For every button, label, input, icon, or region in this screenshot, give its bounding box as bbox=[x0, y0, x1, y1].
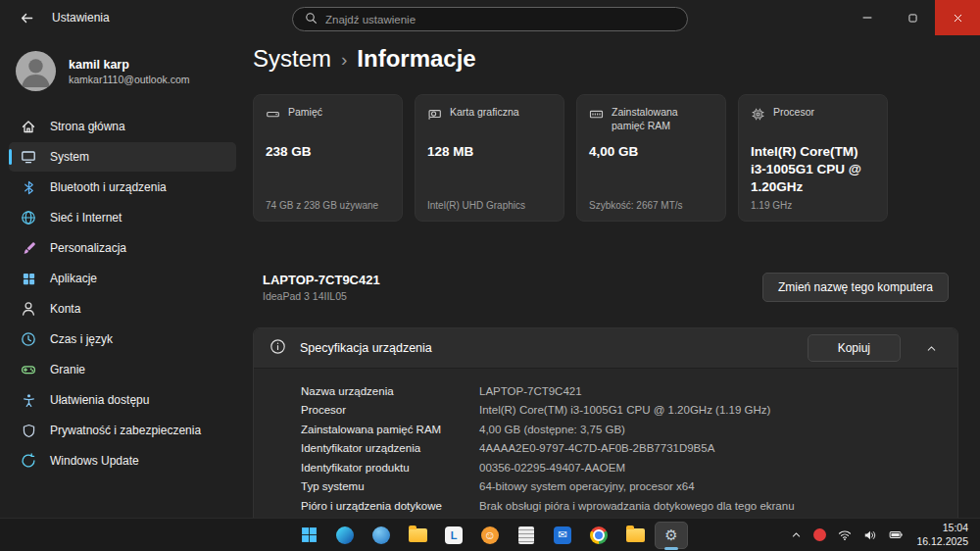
avatar bbox=[16, 51, 56, 91]
spec-value: 64-bitowy system operacyjny, procesor x6… bbox=[479, 480, 695, 492]
mail-icon[interactable]: ✉ bbox=[546, 522, 579, 549]
spec-value: Intel(R) Core(TM) i3-1005G1 CPU @ 1.20GH… bbox=[479, 404, 770, 416]
person-icon bbox=[21, 301, 36, 317]
sidebar-item-personalization[interactable]: Personalizacja bbox=[9, 233, 236, 263]
file-explorer-icon[interactable] bbox=[401, 522, 434, 549]
close-button[interactable] bbox=[935, 0, 980, 35]
gpu-card: Karta graficzna 128 MB Intel(R) UHD Grap… bbox=[415, 94, 564, 222]
card-title: Karta graficzna bbox=[450, 106, 519, 120]
maximize-button[interactable] bbox=[890, 0, 935, 35]
sidebar-item-gaming[interactable]: Granie bbox=[9, 355, 236, 384]
search-icon bbox=[305, 11, 318, 28]
sidebar-item-windows-update[interactable]: Windows Update bbox=[9, 446, 236, 476]
device-spec-table: Nazwa urządzenia LAPTOP-7CT9C421 Proceso… bbox=[254, 368, 957, 518]
search-input[interactable] bbox=[325, 14, 675, 25]
sidebar-item-label: Aplikacje bbox=[50, 272, 97, 285]
settings-window: Ustawienia kamil karp bbox=[0, 0, 980, 551]
spec-label: Procesor bbox=[301, 404, 479, 416]
sidebar-item-label: System bbox=[50, 150, 89, 164]
spec-label: Identyfikator urządzenia bbox=[301, 442, 479, 454]
card-value: 238 GB bbox=[266, 143, 390, 200]
copy-button[interactable]: Kopiuj bbox=[808, 334, 901, 362]
spec-value: 00356-02295-49407-AAOEM bbox=[479, 462, 625, 474]
spec-value: 4,00 GB (dostępne: 3,75 GB) bbox=[479, 424, 625, 435]
card-value: 4,00 GB bbox=[589, 143, 713, 200]
sidebar-item-privacy[interactable]: Prywatność i zabezpieczenia bbox=[9, 416, 236, 445]
libreoffice-icon[interactable]: L bbox=[437, 522, 470, 549]
sidebar-item-label: Bluetooth i urządzenia bbox=[50, 180, 167, 194]
chevron-up-icon[interactable] bbox=[914, 334, 948, 362]
user-email: kamkar1110@outlook.com bbox=[69, 74, 190, 85]
sidebar-item-label: Prywatność i zabezpieczenia bbox=[50, 424, 201, 437]
card-title: Pamięć bbox=[288, 106, 322, 120]
settings-app-icon[interactable]: ⚙ bbox=[655, 522, 688, 549]
sidebar-item-system[interactable]: System bbox=[9, 142, 236, 172]
card-subtitle: Szybkość: 2667 MT/s bbox=[589, 200, 713, 211]
accessibility-icon bbox=[21, 392, 36, 408]
spec-label: Zainstalowana pamięć RAM bbox=[301, 424, 479, 435]
spec-section-title: Specyfikacja urządzenia bbox=[300, 341, 794, 355]
storage-card: Pamięć 238 GB 74 GB z 238 GB używane bbox=[253, 94, 403, 222]
sidebar-item-home[interactable]: Strona główna bbox=[9, 112, 236, 141]
minimize-button[interactable] bbox=[845, 0, 890, 35]
card-title: Zainstalowana pamięć RAM bbox=[612, 106, 713, 132]
cpu-card: Procesor Intel(R) Core(TM) i3-1005G1 CPU… bbox=[738, 94, 888, 222]
card-title: Procesor bbox=[773, 106, 814, 120]
network-globe-icon bbox=[21, 210, 36, 225]
notepad-icon[interactable] bbox=[510, 522, 543, 549]
browser-icon[interactable] bbox=[365, 522, 398, 549]
card-subtitle: 74 GB z 238 GB używane bbox=[266, 200, 390, 211]
sidebar-item-bluetooth[interactable]: Bluetooth i urządzenia bbox=[9, 173, 236, 202]
clock-time: 15:04 bbox=[916, 522, 968, 535]
sidebar-item-apps[interactable]: Aplikacje bbox=[9, 264, 236, 293]
rename-computer-button[interactable]: Zmień nazwę tego komputera bbox=[762, 273, 949, 302]
gamepad-icon bbox=[21, 362, 36, 377]
table-row: Identyfikator urządzenia 4AAAA2E0-9797-4… bbox=[301, 439, 957, 459]
cpu-icon bbox=[751, 107, 765, 125]
start-button[interactable] bbox=[292, 522, 325, 549]
spec-value: LAPTOP-7CT9C421 bbox=[479, 385, 582, 397]
info-icon bbox=[270, 338, 286, 359]
sidebar-item-accessibility[interactable]: Ułatwienia dostępu bbox=[9, 385, 236, 415]
chrome-icon[interactable] bbox=[582, 522, 615, 549]
main-content: System › Informacje Pamięć 238 GB 74 GB … bbox=[245, 35, 980, 518]
breadcrumb-separator-icon: › bbox=[341, 47, 347, 71]
sidebar-item-accounts[interactable]: Konta bbox=[9, 294, 236, 324]
table-row: Typ systemu 64-bitowy system operacyjny,… bbox=[301, 477, 957, 497]
back-icon[interactable] bbox=[14, 5, 39, 30]
gpu-icon bbox=[427, 107, 442, 125]
tray-chevron-icon[interactable] bbox=[786, 522, 807, 549]
user-profile: kamil karp kamkar1110@outlook.com bbox=[9, 43, 236, 111]
sidebar-item-label: Strona główna bbox=[50, 120, 125, 133]
table-row: Zainstalowana pamięć RAM 4,00 GB (dostęp… bbox=[301, 420, 957, 439]
sidebar-item-label: Windows Update bbox=[50, 454, 139, 468]
tray-app-icon[interactable] bbox=[808, 522, 831, 549]
volume-icon[interactable] bbox=[858, 522, 882, 549]
spec-label: Nazwa urządzenia bbox=[301, 385, 479, 397]
sidebar-item-time-language[interactable]: Czas i język bbox=[9, 325, 236, 354]
clock-date: 16.12.2025 bbox=[916, 535, 968, 549]
wifi-icon[interactable] bbox=[833, 522, 857, 549]
clock[interactable]: 15:04 16.12.2025 bbox=[910, 522, 976, 548]
sidebar-item-label: Sieć i Internet bbox=[50, 211, 122, 225]
window-title: Ustawienia bbox=[52, 11, 110, 25]
table-row: Procesor Intel(R) Core(TM) i3-1005G1 CPU… bbox=[301, 401, 957, 421]
settings-search[interactable] bbox=[292, 7, 688, 31]
sidebar-item-label: Ułatwienia dostępu bbox=[50, 393, 149, 407]
spec-label: Pióro i urządzenia dotykowe bbox=[301, 500, 479, 512]
info-cards: Pamięć 238 GB 74 GB z 238 GB używane Kar… bbox=[253, 94, 958, 222]
sidebar-item-network[interactable]: Sieć i Internet bbox=[9, 203, 236, 232]
edge-icon[interactable] bbox=[328, 522, 362, 549]
table-row: Pióro i urządzenia dotykowe Brak obsługi… bbox=[301, 496, 957, 516]
device-model: IdeaPad 3 14IIL05 bbox=[263, 290, 380, 302]
device-name-section: LAPTOP-7CT9C421 IdeaPad 3 14IIL05 Zmień … bbox=[253, 273, 958, 302]
sidebar-nav: Strona główna System Bluetooth i urządze… bbox=[9, 112, 236, 476]
device-spec-expander: Specyfikacja urządzenia Kopiuj Nazwa urz… bbox=[253, 327, 958, 518]
card-value: 128 MB bbox=[427, 143, 552, 200]
storage-icon bbox=[266, 107, 280, 125]
battery-icon[interactable] bbox=[884, 522, 908, 549]
folder-icon[interactable] bbox=[618, 522, 652, 549]
breadcrumb-parent[interactable]: System bbox=[253, 45, 331, 73]
smiley-app-icon[interactable]: ☺ bbox=[473, 522, 507, 549]
device-spec-header[interactable]: Specyfikacja urządzenia Kopiuj bbox=[254, 328, 957, 368]
